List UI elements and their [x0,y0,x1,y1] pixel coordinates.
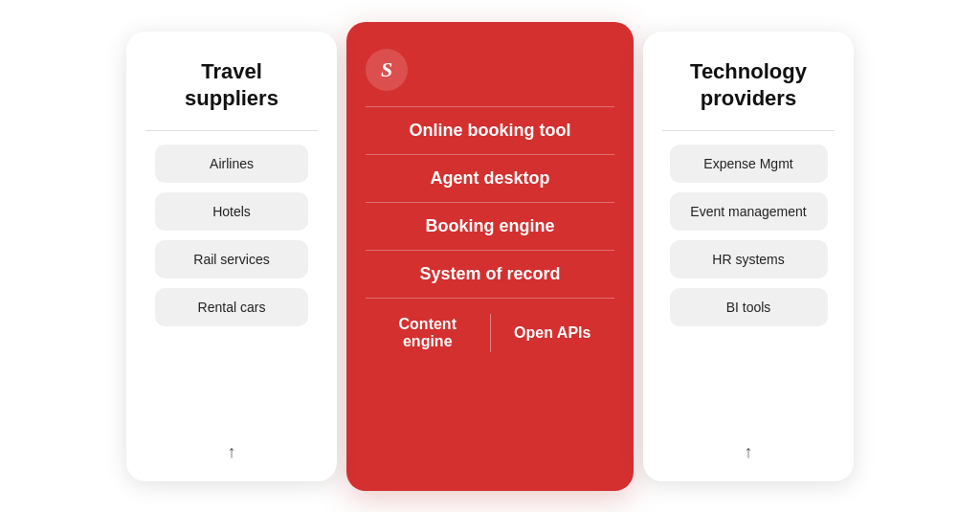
agent-desktop-label: Agent desktop [366,155,614,202]
booking-engine-label: Booking engine [366,203,614,250]
content-engine-label: Content engine [366,302,490,364]
left-card-arrow: ↑ [228,442,236,462]
right-card-arrow: ↑ [745,442,753,462]
technology-providers-card: Technology providers Expense Mgmt Event … [643,32,854,481]
expense-mgmt-btn[interactable]: Expense Mgmt [670,145,828,183]
center-logo: S [366,49,408,91]
travel-suppliers-title: Travel suppliers [185,58,278,113]
bi-tools-btn[interactable]: BI tools [670,288,828,326]
divider-left [145,130,318,131]
rail-services-btn[interactable]: Rail services [155,240,308,278]
system-of-record-label: System of record [366,251,614,298]
open-apis-label: Open APIs [491,311,615,355]
hotels-btn[interactable]: Hotels [155,192,308,231]
online-booking-tool-label: Online booking tool [366,107,614,154]
divider-right [662,130,835,131]
airlines-btn[interactable]: Airlines [155,145,308,183]
center-bottom-row: Content engine Open APIs [366,302,614,364]
travel-suppliers-card: Travel suppliers Airlines Hotels Rail se… [126,32,337,481]
rental-cars-btn[interactable]: Rental cars [155,288,308,326]
diagram-container: Travel suppliers Airlines Hotels Rail se… [0,0,980,512]
center-divider-4 [366,298,614,299]
technology-providers-title: Technology providers [690,58,807,113]
center-card: S Online booking tool Agent desktop Book… [346,22,634,491]
event-management-btn[interactable]: Event management [670,192,828,231]
hr-systems-btn[interactable]: HR systems [670,240,828,278]
